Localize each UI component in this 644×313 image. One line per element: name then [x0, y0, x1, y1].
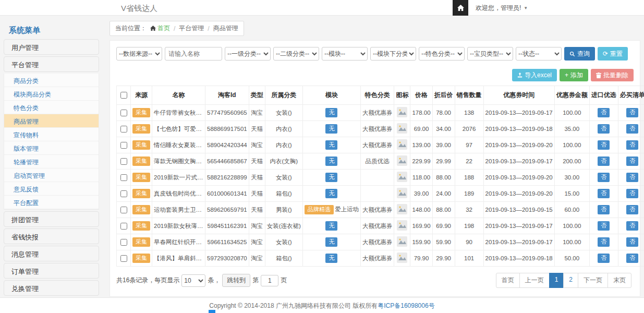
import-pick-toggle[interactable]: 否	[598, 108, 610, 117]
must-buy-toggle[interactable]: 否	[626, 189, 638, 198]
column-header: 折后价	[432, 86, 455, 105]
coupon-amount-cell: 100.00	[554, 234, 589, 250]
row-checkbox[interactable]	[120, 142, 127, 149]
filter-select[interactable]: --数据来源--	[116, 47, 162, 61]
sidebar-item[interactable]: 订单管理	[4, 263, 99, 279]
search-button[interactable]: 查询	[564, 47, 595, 61]
product-image-icon[interactable]	[397, 188, 407, 198]
product-image-icon[interactable]	[397, 220, 407, 231]
page-button[interactable]: 1	[549, 273, 564, 288]
filter-select[interactable]: --特色分类--	[419, 47, 465, 61]
type-cell: 淘宝	[249, 137, 265, 153]
must-buy-toggle[interactable]: 否	[626, 173, 638, 182]
source-badge: 采集	[132, 124, 150, 134]
product-image-icon[interactable]	[397, 155, 407, 166]
sidebar-subitem[interactable]: 启动页管理	[4, 168, 99, 182]
product-image-icon[interactable]	[397, 172, 407, 182]
page-button[interactable]: 2	[563, 273, 578, 288]
import-pick-toggle[interactable]: 否	[598, 156, 610, 166]
product-image-icon[interactable]	[397, 204, 407, 214]
filter-select[interactable]: --模块下分类--	[370, 47, 416, 61]
page-button[interactable]: 上一页	[519, 273, 550, 288]
sidebar-item[interactable]: 平台管理	[4, 56, 99, 72]
sidebar-subitem[interactable]: 轮播管理	[4, 155, 99, 168]
jump-page-input[interactable]	[261, 275, 278, 286]
row-checkbox[interactable]	[120, 239, 127, 246]
must-buy-toggle[interactable]: 否	[626, 108, 638, 117]
sidebar-subitem[interactable]: 模块商品分类	[4, 87, 99, 101]
jump-button[interactable]: 跳转到	[222, 274, 250, 287]
import-excel-button[interactable]: 导入excel	[512, 69, 557, 81]
row-select-cell	[117, 186, 131, 202]
import-pick-toggle[interactable]: 否	[598, 124, 610, 134]
filter-select[interactable]: --状态--	[516, 47, 562, 61]
sidebar-subitem[interactable]: 特色分类	[4, 101, 99, 114]
row-checkbox[interactable]	[120, 190, 127, 197]
must-buy-toggle[interactable]: 否	[626, 205, 638, 214]
sidebar-subitem[interactable]: 商品分类	[4, 74, 99, 87]
breadcrumb-item[interactable]: 商品管理	[213, 24, 238, 33]
sidebar-subitem[interactable]: 版本管理	[4, 141, 99, 155]
sidebar-subitem[interactable]: 商品管理	[4, 114, 99, 128]
filter-select[interactable]: --一级分类--	[225, 47, 271, 61]
batch-delete-button[interactable]: 批量删除	[591, 69, 634, 81]
breadcrumb-home[interactable]: 首页	[150, 24, 170, 33]
row-checkbox[interactable]	[120, 223, 127, 230]
import-pick-toggle[interactable]: 否	[598, 205, 610, 214]
must-buy-toggle[interactable]: 否	[626, 156, 638, 166]
product-image-icon[interactable]	[397, 252, 407, 263]
row-checkbox[interactable]	[120, 110, 127, 116]
import-pick-toggle[interactable]: 否	[598, 221, 610, 231]
module-cell: 无	[302, 137, 360, 153]
import-pick-toggle[interactable]: 否	[598, 189, 610, 198]
select-all-checkbox[interactable]	[120, 92, 127, 99]
product-image-icon[interactable]	[397, 123, 407, 134]
must-buy-toggle[interactable]: 否	[626, 124, 638, 134]
filter-select[interactable]: --宝贝类型--	[467, 47, 513, 61]
column-header: 模块	[302, 86, 360, 105]
sales-cell: 90	[455, 234, 483, 250]
sidebar-item[interactable]: 省钱快报	[4, 228, 99, 244]
breadcrumb-item[interactable]: 平台管理	[179, 24, 204, 33]
sidebar-subitem[interactable]: 宣传物料	[4, 128, 99, 141]
per-page-select[interactable]: 10	[181, 274, 205, 287]
import-pick-toggle[interactable]: 否	[598, 173, 610, 182]
row-checkbox[interactable]	[120, 174, 127, 181]
row-checkbox[interactable]	[120, 207, 127, 213]
row-checkbox[interactable]	[120, 126, 127, 133]
page-button[interactable]: 首页	[496, 273, 520, 288]
import-pick-toggle[interactable]: 否	[598, 237, 610, 247]
must-buy-toggle[interactable]: 否	[626, 254, 638, 263]
filter-select[interactable]: --模块--	[322, 47, 368, 61]
product-image-icon[interactable]	[397, 236, 407, 247]
module-badge: 无	[325, 254, 337, 263]
table-body: 采集牛仔背带裤女秋装减龄...577479560965淘宝女装()无大额优惠券1…	[117, 105, 644, 267]
sidebar-item[interactable]: 消息管理	[4, 246, 99, 261]
coupon-amount-cell: 35.00	[554, 121, 589, 137]
product-image-icon[interactable]	[397, 107, 407, 117]
row-checkbox[interactable]	[120, 255, 127, 262]
sidebar-subitem[interactable]: 意见反馈	[4, 182, 99, 196]
page-button[interactable]: 下一页	[578, 273, 608, 288]
sidebar-item[interactable]: 拼团管理	[4, 211, 99, 227]
sidebar-subitem[interactable]: 平台配置	[4, 196, 99, 209]
sidebar-item[interactable]: 用户管理	[4, 39, 99, 55]
product-image-icon[interactable]	[397, 139, 407, 150]
filter-select[interactable]: --二级分类--	[273, 47, 319, 61]
user-menu[interactable]: 欢迎您，管理员! ▼	[468, 4, 535, 13]
must-buy-toggle[interactable]: 否	[626, 221, 638, 231]
home-button[interactable]	[453, 0, 468, 16]
sidebar-item[interactable]: 兑换管理	[4, 280, 99, 296]
row-checkbox[interactable]	[120, 158, 127, 165]
import-pick-toggle[interactable]: 否	[598, 254, 610, 263]
add-button[interactable]: + 添加	[560, 69, 588, 81]
icp-link[interactable]: 粤ICP备16098006号	[378, 302, 434, 309]
import-pick-toggle[interactable]: 否	[598, 140, 610, 150]
name-search-input[interactable]	[165, 47, 222, 61]
page-button[interactable]: 末页	[607, 273, 631, 288]
reset-button[interactable]: ⟳ 重置	[598, 47, 628, 61]
plus-icon: +	[565, 71, 568, 79]
price-cell: 139.00	[410, 137, 432, 153]
must-buy-toggle[interactable]: 否	[626, 140, 638, 150]
must-buy-toggle[interactable]: 否	[626, 237, 638, 247]
